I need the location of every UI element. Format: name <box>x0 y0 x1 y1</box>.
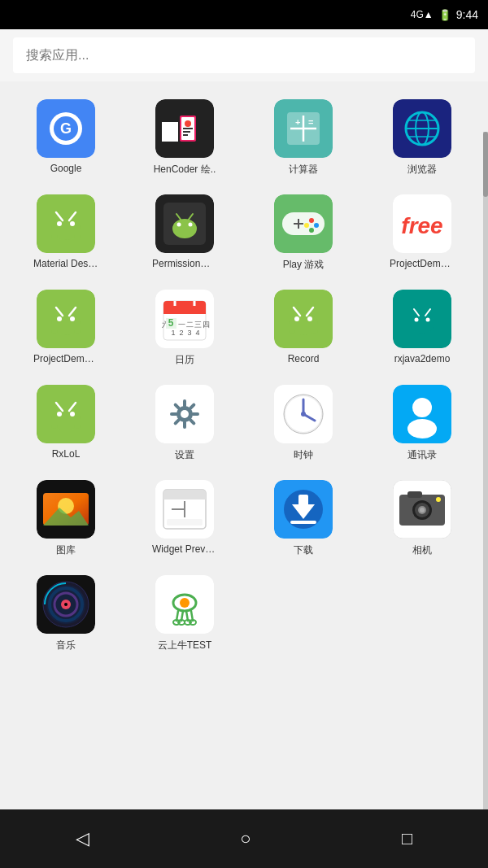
app-item-playgames[interactable]: Play 游戏 <box>244 186 363 281</box>
app-icon-permission <box>155 194 214 253</box>
search-bar-container <box>0 29 488 81</box>
svg-point-150 <box>182 600 187 605</box>
svg-text:三: 三 <box>194 321 202 329</box>
svg-point-110 <box>301 412 306 417</box>
app-label-calendar: 日历 <box>175 353 194 367</box>
app-icon-projectfree: free <box>393 194 451 253</box>
svg-rect-27 <box>51 225 58 238</box>
svg-text:free: free <box>401 213 442 238</box>
app-label-widget: Widget Preview <box>152 543 217 555</box>
app-item-camera[interactable]: 相机 <box>363 472 481 567</box>
svg-point-112 <box>412 398 432 417</box>
svg-text:一: 一 <box>178 321 185 329</box>
svg-point-81 <box>410 314 434 334</box>
svg-rect-78 <box>289 321 295 334</box>
app-item-download[interactable]: 下载 <box>244 472 363 567</box>
app-item-google[interactable]: G Google <box>7 91 125 186</box>
svg-rect-28 <box>74 225 81 238</box>
app-item-settings[interactable]: 设置 <box>125 377 244 472</box>
app-item-yunshanniu[interactable]: 云上牛TEST <box>125 567 244 662</box>
svg-point-74 <box>294 316 299 321</box>
app-icon-yunshanniu <box>155 575 214 634</box>
app-label-clock: 时钟 <box>294 448 313 462</box>
app-icon-calendar: 日一二三 1234 六四 5 <box>155 290 214 348</box>
app-item-rxjava[interactable]: rxjava2demo <box>363 281 481 377</box>
app-item-projectfree[interactable]: free ProjectDemoD.. <box>363 186 481 281</box>
app-icon-material <box>37 194 95 253</box>
app-icon-playgames <box>274 194 333 253</box>
app-label-material: Material Desig.. <box>33 258 98 269</box>
app-item-widget[interactable]: Widget Preview <box>125 472 244 567</box>
app-label-projectfree: ProjectDemoD.. <box>390 258 455 269</box>
svg-text:+: + <box>295 117 300 127</box>
svg-rect-52 <box>51 321 58 334</box>
app-item-contacts[interactable]: 通讯录 <box>363 377 481 472</box>
svg-point-23 <box>57 221 62 226</box>
svg-text:G: G <box>60 120 72 137</box>
svg-point-137 <box>436 497 441 502</box>
app-item-rxlol[interactable]: RxLoL <box>7 377 125 472</box>
app-grid-container: G Google HenCoder 绘.. + = 计算器 <box>0 81 488 672</box>
app-label-rxlol: RxLoL <box>52 448 81 460</box>
app-icon-contacts <box>393 385 451 443</box>
app-item-calculator[interactable]: + = 计算器 <box>244 91 363 186</box>
back-button[interactable]: ◁ <box>59 820 106 857</box>
app-icon-music <box>37 575 95 634</box>
svg-point-41 <box>314 223 319 228</box>
app-icon-record <box>274 290 333 348</box>
status-bar: 4G▲ 🔋 9:44 <box>0 0 488 29</box>
app-item-clock[interactable]: 时钟 <box>244 377 363 472</box>
app-item-hencoder[interactable]: HenCoder 绘.. <box>125 91 244 186</box>
app-item-gallery[interactable]: 图库 <box>7 472 125 567</box>
app-icon-browser <box>393 99 451 158</box>
app-label-projectd1: ProjectDemoD.. <box>33 353 98 364</box>
nav-bar: ◁ ○ □ <box>0 809 488 868</box>
svg-text:1: 1 <box>171 329 175 337</box>
app-item-permission[interactable]: PermissionHel.. <box>125 186 244 281</box>
svg-rect-129 <box>298 495 308 508</box>
app-grid: G Google HenCoder 绘.. + = 计算器 <box>0 88 488 665</box>
app-label-google: Google <box>50 163 82 174</box>
svg-point-83 <box>426 318 430 322</box>
app-label-hencoder: HenCoder 绘.. <box>154 163 216 177</box>
app-label-music: 音乐 <box>56 639 76 652</box>
svg-text:3: 3 <box>187 329 191 337</box>
app-icon-camera <box>393 480 451 539</box>
app-item-browser[interactable]: 浏览器 <box>363 91 481 186</box>
main-content: G Google HenCoder 绘.. + = 计算器 <box>0 29 488 839</box>
svg-point-40 <box>309 218 314 223</box>
svg-text:二: 二 <box>186 321 194 329</box>
svg-point-33 <box>189 223 193 227</box>
app-item-music[interactable]: 音乐 <box>7 567 125 662</box>
app-item-record[interactable]: Record <box>244 281 363 377</box>
app-item-material[interactable]: Material Desig.. <box>7 186 125 281</box>
svg-rect-136 <box>407 491 422 498</box>
svg-text:4: 4 <box>195 329 199 337</box>
app-icon-rxlol <box>37 385 95 443</box>
scroll-thumb[interactable] <box>483 132 488 197</box>
svg-rect-93 <box>74 416 81 429</box>
app-icon-download <box>274 480 333 539</box>
app-item-projectd1[interactable]: ProjectDemoD.. <box>7 281 125 377</box>
svg-rect-5 <box>162 122 178 142</box>
app-label-yunshanniu: 云上牛TEST <box>158 639 212 652</box>
home-button[interactable]: ○ <box>224 820 267 857</box>
svg-point-31 <box>172 219 197 238</box>
app-label-gallery: 图库 <box>56 543 76 557</box>
app-label-contacts: 通讯录 <box>407 448 437 462</box>
svg-rect-130 <box>290 521 316 524</box>
svg-rect-79 <box>312 321 318 334</box>
recents-button[interactable]: □ <box>386 820 429 857</box>
app-label-browser: 浏览器 <box>407 163 437 177</box>
app-label-record: Record <box>288 353 320 364</box>
app-item-calendar[interactable]: 日一二三 1234 六四 5 日历 <box>125 281 244 377</box>
app-label-playgames: Play 游戏 <box>283 258 325 272</box>
search-input[interactable] <box>13 37 475 73</box>
app-label-download: 下载 <box>294 543 313 557</box>
scroll-track[interactable] <box>483 132 488 838</box>
app-icon-hencoder <box>155 99 214 158</box>
svg-point-138 <box>420 508 425 513</box>
svg-point-82 <box>415 318 419 322</box>
app-icon-rxjava <box>393 290 451 348</box>
svg-point-42 <box>304 223 309 228</box>
